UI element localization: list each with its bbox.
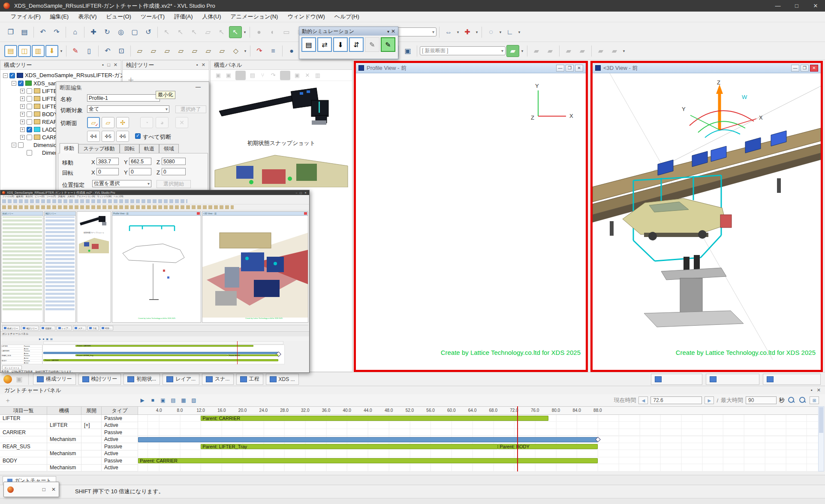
- toolbar-icon[interactable]: ↖: [229, 26, 242, 38]
- app-switch-icon[interactable]: [3, 375, 12, 384]
- toolbar-icon[interactable]: ↺: [142, 26, 155, 38]
- toolbar-icon[interactable]: ⌂: [69, 26, 81, 38]
- toolbar-icon[interactable]: ▢: [128, 26, 141, 38]
- gantt-bar[interactable]: Parent: LIFTER_Tray: [201, 444, 498, 449]
- panel-switch-button[interactable]: 構成ツリー: [33, 374, 76, 385]
- visibility-checkbox[interactable]: [18, 142, 24, 148]
- snapshot-tool-icon[interactable]: ✕: [302, 71, 313, 80]
- move-z-input[interactable]: 5080: [162, 158, 186, 165]
- close-icon[interactable]: ✕: [202, 62, 205, 68]
- panel-switch-button[interactable]: レイア...: [163, 374, 199, 385]
- panel-switch-button[interactable]: 検討ツリー: [78, 374, 121, 385]
- toolbar-icon[interactable]: [130, 45, 131, 57]
- rotate-x-input[interactable]: 0: [96, 168, 119, 175]
- toolbar-icon[interactable]: ▭: [280, 26, 293, 38]
- toolbar-icon[interactable]: ▾: [517, 26, 521, 38]
- menu-item[interactable]: アニメーション(N): [226, 13, 283, 21]
- right-dock-button-1[interactable]: [651, 374, 702, 385]
- toolbar-icon[interactable]: [250, 27, 250, 38]
- toolbar-icon[interactable]: ▰: [562, 45, 575, 57]
- visibility-checkbox[interactable]: [18, 81, 24, 86]
- toolbar-icon[interactable]: [282, 45, 283, 57]
- snapshot-tool-icon[interactable]: [280, 71, 290, 80]
- toolbar-icon[interactable]: ▱: [202, 45, 215, 57]
- minimize-button[interactable]: —: [768, 0, 787, 12]
- current-time-line[interactable]: [517, 406, 518, 471]
- snapshot-tool-icon[interactable]: ▤: [247, 71, 258, 80]
- move-y-input[interactable]: 662.5: [129, 158, 151, 165]
- palette-close-icon[interactable]: ✕: [391, 28, 395, 34]
- panel-switch-button[interactable]: XDS ...: [266, 374, 299, 385]
- visibility-checkbox[interactable]: [27, 88, 32, 94]
- plane-6-button[interactable]: ✣6: [116, 131, 129, 142]
- profile-view-titlebar[interactable]: Profile View - 前 — ❐ ✕: [356, 63, 586, 73]
- three-d-view-canvas[interactable]: Z Y X W Create by Lattice Technology.co.…: [593, 73, 821, 360]
- expand-toggle-icon[interactable]: +: [20, 120, 25, 124]
- menu-item[interactable]: 表示(V): [73, 13, 101, 21]
- plane-5-button[interactable]: ✣5: [102, 131, 114, 142]
- palette-button[interactable]: ▤: [301, 37, 316, 52]
- rotate-z-input[interactable]: 0: [162, 168, 186, 175]
- visibility-checkbox[interactable]: [27, 96, 32, 102]
- palette-button[interactable]: ⇄: [317, 37, 332, 52]
- gantt-bar[interactable]: [138, 437, 598, 442]
- snapshot-tool-icon[interactable]: ⑂: [258, 71, 268, 80]
- toolbar-icon[interactable]: ▤: [4, 45, 17, 57]
- close-icon[interactable]: ✕: [575, 65, 583, 72]
- toolbar-icon[interactable]: ❐: [4, 26, 17, 38]
- toolbar-icon[interactable]: [417, 45, 417, 57]
- gantt-bar[interactable]: Parent: CARRIER: [138, 458, 598, 463]
- close-button[interactable]: ✕: [806, 0, 825, 12]
- expand-toggle-icon[interactable]: +: [20, 89, 25, 93]
- toolbar-icon[interactable]: ▱: [161, 45, 174, 57]
- toolbar-icon[interactable]: ◇: [229, 45, 242, 57]
- move-x-input[interactable]: 383.7: [96, 158, 119, 165]
- palette-button[interactable]: ✎: [381, 37, 395, 52]
- dialog-tab[interactable]: 移動: [60, 143, 78, 153]
- toolbar-icon[interactable]: [482, 27, 482, 38]
- expand-toggle-icon[interactable]: −: [3, 73, 8, 78]
- toolbar-icon[interactable]: ●: [285, 45, 298, 57]
- plane-yz-button[interactable]: ▱: [102, 117, 114, 128]
- gantt-tool-icon[interactable]: ▦: [178, 396, 189, 405]
- step-forward-button[interactable]: ▶: [705, 396, 714, 404]
- toolbar-icon[interactable]: ▾: [243, 26, 247, 38]
- position-select[interactable]: 位置を選択: [92, 180, 151, 187]
- toolbar-icon[interactable]: ▱: [216, 45, 229, 57]
- expand-toggle-icon[interactable]: [20, 150, 25, 155]
- toolbar-icon[interactable]: ▱: [133, 45, 146, 57]
- tool-icon[interactable]: ▣: [15, 375, 24, 384]
- toolbar-icon[interactable]: ▤: [18, 26, 31, 38]
- pie-section-button[interactable]: ◔: [140, 117, 153, 128]
- plane-zx-button[interactable]: ✣: [116, 117, 129, 128]
- toolbar-icon[interactable]: ✚: [461, 26, 474, 38]
- close-icon[interactable]: ✕: [48, 486, 59, 492]
- toolbar-icon[interactable]: ▰: [530, 45, 543, 57]
- toolbar-icon[interactable]: [527, 45, 527, 57]
- toolbar-icon[interactable]: ↖: [188, 26, 201, 38]
- snapshot-thumbnail-2[interactable]: [211, 153, 352, 187]
- menu-item[interactable]: 評価(A): [169, 13, 197, 21]
- menu-item[interactable]: ツール(T): [136, 13, 169, 21]
- selection-end-button[interactable]: 選択終了: [175, 105, 206, 113]
- toolbar-icon[interactable]: [84, 27, 84, 38]
- snapshot-tool-icon[interactable]: ▥: [313, 71, 323, 80]
- add-row-icon[interactable]: ＋: [3, 396, 13, 405]
- tree-item[interactable]: − XDS_DemoSample_RRsusLIFTER-ガン|: [0, 72, 121, 79]
- current-time-input[interactable]: 72.6: [650, 396, 702, 404]
- gantt-settings-icon[interactable]: ⊞: [810, 396, 819, 404]
- three-d-view-titlebar[interactable]: <3D View - 前 — ❐ ✕: [593, 63, 821, 73]
- visibility-checkbox[interactable]: [27, 127, 32, 132]
- zoom-out-icon[interactable]: [798, 396, 807, 405]
- toolbar-icon[interactable]: ▯: [83, 45, 96, 57]
- toolbar-icon[interactable]: ▥: [32, 45, 45, 57]
- toolbar-icon[interactable]: ✚: [87, 26, 100, 38]
- menu-item[interactable]: 編集(E): [45, 13, 73, 21]
- minimize-icon[interactable]: —: [791, 65, 799, 72]
- visibility-checkbox[interactable]: [27, 111, 32, 117]
- close-icon[interactable]: ✕: [817, 387, 821, 393]
- toolbar-icon[interactable]: ✎: [69, 45, 82, 57]
- menu-item[interactable]: ビュー(O): [102, 13, 136, 21]
- toolbar-icon[interactable]: ▣: [401, 45, 414, 57]
- gantt-scrollbar[interactable]: [818, 406, 824, 471]
